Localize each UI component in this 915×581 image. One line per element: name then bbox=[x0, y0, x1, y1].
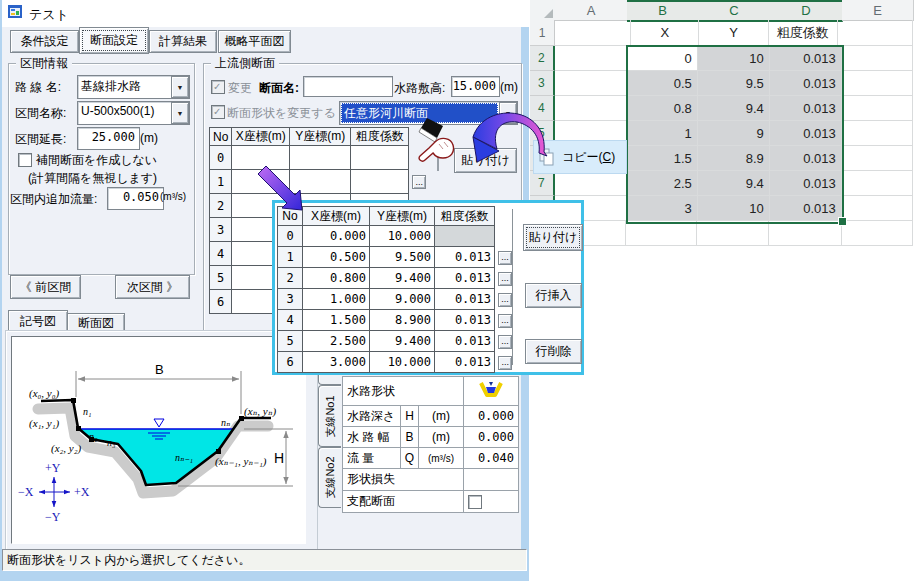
cell-d1[interactable]: 粗度係数 bbox=[769, 20, 838, 46]
segment-name-combo[interactable]: U-500x500(1) bbox=[77, 101, 190, 125]
cell[interactable]: 1.500 bbox=[303, 310, 370, 331]
excel-sheet: A B C D E 1 X Y 粗度係数 2 0 10 0.013 3 0. bbox=[530, 0, 915, 581]
bed-height-field[interactable]: 15.000 bbox=[451, 76, 500, 97]
b-dimension bbox=[76, 371, 241, 414]
no-interp-note: (計算間隔を無視します) bbox=[28, 170, 157, 187]
tab-planview[interactable]: 概略平面図 bbox=[218, 30, 291, 53]
cell[interactable]: 9.400 bbox=[370, 331, 435, 352]
cell[interactable]: 9.400 bbox=[370, 268, 435, 289]
col-header-c[interactable]: C bbox=[698, 0, 771, 22]
delete-row-button[interactable]: 行削除 bbox=[525, 339, 582, 364]
tab-branch-no1[interactable]: 支線No1 bbox=[318, 385, 341, 447]
tab-symbol-figure[interactable]: 記号図 bbox=[8, 310, 68, 332]
channel-info-table: 水路形状 水路深さ H (m) 0.000 水 路 幅 B (m) bbox=[342, 376, 519, 513]
cell[interactable]: 3.000 bbox=[303, 352, 370, 373]
change-shape-checkbox[interactable] bbox=[211, 105, 225, 119]
cell[interactable]: 0.500 bbox=[303, 247, 370, 268]
title-bar[interactable]: テスト bbox=[2, 0, 529, 27]
row-header-1[interactable]: 1 bbox=[530, 20, 555, 46]
next-section-button[interactable]: 次区間 》 bbox=[115, 275, 190, 299]
cell[interactable]: 9.500 bbox=[370, 247, 435, 268]
route-combo[interactable]: 基線排水路 bbox=[77, 75, 190, 99]
tab-condition[interactable]: 条件設定 bbox=[10, 30, 79, 53]
cell-c1[interactable]: Y bbox=[699, 20, 768, 46]
col-header-e[interactable]: E bbox=[842, 0, 914, 21]
col-header-a[interactable]: A bbox=[555, 0, 628, 21]
b-dim-label: B bbox=[155, 362, 164, 377]
cell[interactable]: 0.013 bbox=[435, 247, 495, 268]
dropdown-arrow-icon[interactable] bbox=[171, 76, 189, 98]
segment-name-label: 区間名称: bbox=[15, 105, 66, 122]
status-bar: 断面形状をリスト内から選択してください。 bbox=[2, 549, 527, 571]
row-header-2[interactable]: 2 bbox=[530, 46, 555, 71]
prev-section-button[interactable]: 《 前区間 bbox=[10, 275, 81, 299]
cell[interactable]: 10.000 bbox=[370, 226, 435, 247]
svg-text:(x₂, y₂): (x₂, y₂) bbox=[51, 442, 82, 455]
roughness-detail-button[interactable]: ... bbox=[498, 272, 512, 286]
corner-triangle-icon bbox=[544, 9, 553, 18]
change-checkbox[interactable] bbox=[211, 80, 225, 94]
width-value: 0.000 bbox=[464, 427, 519, 448]
cell[interactable]: 0.013 bbox=[435, 352, 495, 373]
added-flow-unit: (m³/s) bbox=[160, 191, 186, 202]
selected-range-top-line bbox=[627, 0, 842, 2]
segment-length-unit: (m) bbox=[140, 131, 158, 145]
svg-text:(xₙ, yₙ): (xₙ, yₙ) bbox=[244, 405, 276, 418]
col-header-b[interactable]: B bbox=[627, 0, 699, 22]
added-flow-field[interactable]: 0.050 bbox=[107, 187, 164, 210]
segment-length-field[interactable]: 25.000 bbox=[77, 127, 140, 150]
insert-row-button[interactable]: 行挿入 bbox=[525, 283, 582, 308]
cell[interactable]: 2.500 bbox=[303, 331, 370, 352]
cell[interactable] bbox=[351, 170, 409, 194]
section-name-input[interactable] bbox=[303, 76, 393, 97]
roughness-detail-button[interactable]: ... bbox=[498, 335, 512, 349]
sheet-row: 8 3 10 0.013 bbox=[530, 196, 913, 221]
control-section-checkbox[interactable] bbox=[468, 495, 482, 509]
roughness-detail-button[interactable]: ... bbox=[498, 314, 512, 328]
no-interp-checkbox[interactable] bbox=[18, 153, 32, 167]
cell[interactable]: 8.900 bbox=[370, 310, 435, 331]
sheet-row bbox=[530, 221, 913, 246]
cell[interactable]: 10.000 bbox=[370, 352, 435, 373]
select-all-corner[interactable] bbox=[530, 0, 556, 21]
channel-symbol-diagram: B H (x₀, y₀) n₁ (x₁, y₁) n₂ n₃ (x₂, y₂) … bbox=[12, 337, 303, 541]
roughness-detail-button[interactable]: ... bbox=[498, 356, 512, 370]
cell-e1[interactable] bbox=[838, 20, 913, 46]
cell[interactable]: 0.000 bbox=[303, 226, 370, 247]
added-flow-label: 区間内追加流量: bbox=[10, 191, 97, 208]
row-header-7[interactable]: 7 bbox=[530, 171, 555, 196]
cell[interactable]: 9.000 bbox=[370, 289, 435, 310]
row-header-3[interactable]: 3 bbox=[530, 71, 555, 96]
copy-menu-label: コピー(C) bbox=[562, 149, 615, 166]
cell[interactable]: 0.013 bbox=[435, 289, 495, 310]
cell[interactable] bbox=[351, 146, 409, 170]
cell[interactable]: 0.013 bbox=[435, 268, 495, 289]
svg-text:+Y: +Y bbox=[45, 461, 61, 475]
curved-arrow-annotation bbox=[471, 108, 563, 170]
tab-section[interactable]: 断面設定 bbox=[79, 27, 149, 54]
active-cell-b2[interactable]: 0 bbox=[627, 46, 698, 71]
tab-results[interactable]: 計算結果 bbox=[149, 30, 217, 53]
tab-branch-no2[interactable]: 支線No2 bbox=[318, 447, 341, 508]
popup-paste-button[interactable]: 貼り付け bbox=[523, 224, 583, 251]
cell[interactable]: 0.013 bbox=[435, 310, 495, 331]
col-header-d[interactable]: D bbox=[770, 0, 843, 22]
dropdown-arrow-icon[interactable] bbox=[171, 102, 189, 124]
roughness-detail-button[interactable]: ... bbox=[498, 293, 512, 307]
svg-text:n₂: n₂ bbox=[89, 431, 98, 442]
fill-handle[interactable] bbox=[838, 217, 847, 226]
cell[interactable] bbox=[435, 226, 495, 247]
roughness-detail-button[interactable]: ... bbox=[412, 175, 426, 189]
cell-b1[interactable]: X bbox=[631, 20, 699, 46]
sheet-row: 3 0.5 9.5 0.013 bbox=[530, 71, 913, 96]
sheet-row: 1 X Y 粗度係数 bbox=[530, 20, 913, 46]
change-shape-label: 断面形状を変更する bbox=[227, 105, 336, 122]
no-interp-label: 補間断面を作成しない bbox=[36, 152, 157, 169]
cell[interactable]: 1.000 bbox=[303, 289, 370, 310]
roughness-detail-button[interactable]: ... bbox=[498, 251, 512, 265]
sheet-row: 4 0.8 9.4 0.013 bbox=[530, 96, 913, 121]
cell[interactable]: 0.013 bbox=[435, 331, 495, 352]
section-name-label: 断面名: bbox=[259, 80, 299, 97]
cell[interactable]: 0.800 bbox=[303, 268, 370, 289]
cell-a1[interactable] bbox=[555, 20, 631, 46]
